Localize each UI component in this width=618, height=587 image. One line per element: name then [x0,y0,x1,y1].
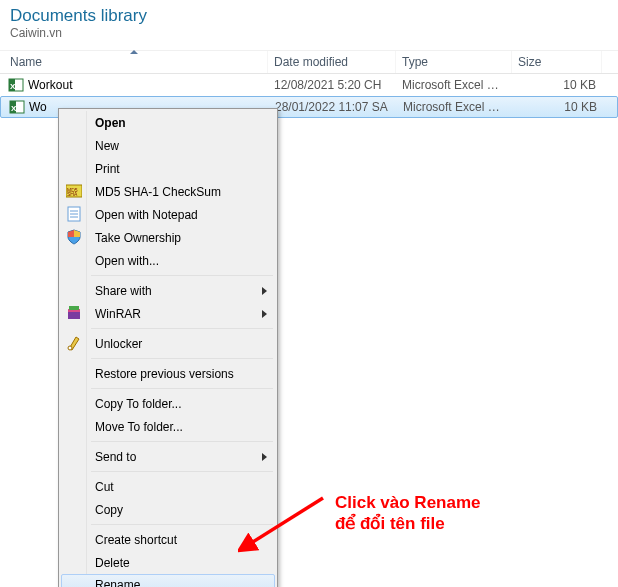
menu-label: WinRAR [95,307,141,321]
menu-label: Send to [95,450,136,464]
menu-unlocker[interactable]: Unlocker [61,332,275,355]
menu-move-to[interactable]: Move To folder... [61,415,275,438]
columns-header: Name Date modified Type Size [0,50,618,74]
menu-take-ownership[interactable]: Take Ownership [61,226,275,249]
annotation-line: Click vào Rename [335,492,481,513]
menu-label: Take Ownership [95,231,181,245]
menu-md5[interactable]: MD5SHA MD5 SHA-1 CheckSum [61,180,275,203]
svg-point-16 [68,346,72,350]
submenu-arrow-icon [262,310,267,318]
menu-winrar[interactable]: WinRAR [61,302,275,325]
unlocker-icon [66,335,82,351]
column-header-size[interactable]: Size [512,51,602,73]
column-header-type[interactable]: Type [396,51,512,73]
menu-separator [91,358,273,359]
sort-ascending-icon [130,50,138,54]
annotation-text: Click vào Rename để đổi tên file [335,492,481,535]
library-subtitle: Caiwin.vn [10,26,608,40]
file-size-cell: 10 KB [512,78,602,92]
menu-label: Rename [95,578,140,587]
column-header-name[interactable]: Name [0,51,268,73]
menu-print[interactable]: Print [61,157,275,180]
annotation-arrow-icon [238,490,328,560]
menu-label: Open with Notepad [95,208,198,222]
menu-rename[interactable]: Rename [61,574,275,587]
excel-icon: X [8,77,24,93]
menu-label: New [95,139,119,153]
file-size-cell: 10 KB [513,100,603,114]
library-header: Documents library Caiwin.vn [0,0,618,44]
svg-text:SHA: SHA [67,191,78,197]
menu-copy-to[interactable]: Copy To folder... [61,392,275,415]
menu-separator [91,471,273,472]
menu-open-with[interactable]: Open with... [61,249,275,272]
winrar-icon [66,305,82,321]
excel-icon: X [9,99,25,115]
column-header-date[interactable]: Date modified [268,51,396,73]
menu-separator [91,388,273,389]
menu-label: Copy [95,503,123,517]
submenu-arrow-icon [262,287,267,295]
menu-open-notepad[interactable]: Open with Notepad [61,203,275,226]
menu-label: MD5 SHA-1 CheckSum [95,185,221,199]
menu-label: Cut [95,480,114,494]
annotation-line: để đổi tên file [335,513,481,534]
svg-text:X: X [11,104,17,113]
file-date-cell: 28/01/2022 11:07 SA [269,100,397,114]
menu-label: Copy To folder... [95,397,182,411]
file-date-cell: 12/08/2021 5:20 CH [268,78,396,92]
file-name-label: Wo [29,100,47,114]
menu-separator [91,275,273,276]
file-type-cell: Microsoft Excel W... [397,100,513,114]
svg-rect-15 [69,306,79,310]
menu-label: Unlocker [95,337,142,351]
menu-label: Delete [95,556,130,570]
menu-label: Open with... [95,254,159,268]
menu-label: Restore previous versions [95,367,234,381]
menu-open[interactable]: Open [61,111,275,134]
file-type-cell: Microsoft Excel W... [396,78,512,92]
notepad-icon [66,206,82,222]
menu-label: Open [95,116,126,130]
menu-restore-versions[interactable]: Restore previous versions [61,362,275,385]
menu-send-to[interactable]: Send to [61,445,275,468]
file-name-cell: X Workout [0,77,268,93]
library-title: Documents library [10,6,608,26]
column-name-label: Name [10,55,42,69]
menu-label: Create shortcut [95,533,177,547]
menu-label: Print [95,162,120,176]
svg-text:X: X [10,82,16,91]
menu-share-with[interactable]: Share with [61,279,275,302]
file-row[interactable]: X Workout 12/08/2021 5:20 CH Microsoft E… [0,74,618,96]
file-name-label: Workout [28,78,72,92]
shield-icon [66,229,82,245]
menu-separator [91,328,273,329]
menu-label: Share with [95,284,152,298]
checksum-icon: MD5SHA [66,183,82,199]
menu-label: Move To folder... [95,420,183,434]
submenu-arrow-icon [262,453,267,461]
menu-separator [91,441,273,442]
menu-new[interactable]: New [61,134,275,157]
